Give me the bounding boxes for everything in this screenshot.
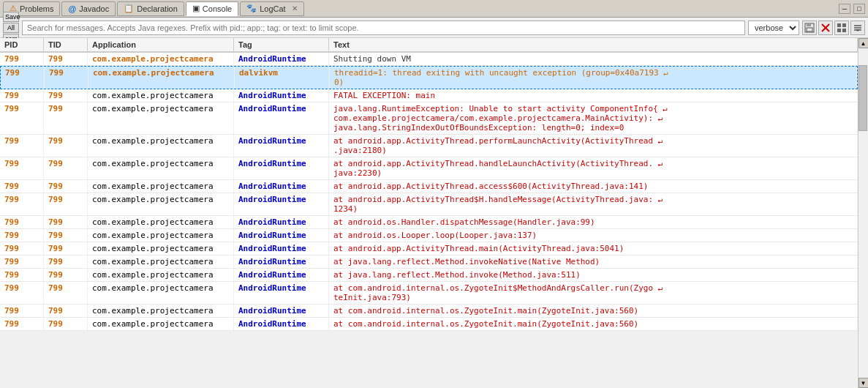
text-cell: at com.android.internal.os.ZygoteInit.ma… <box>329 305 858 317</box>
tid-cell: 799 <box>44 157 88 179</box>
scroll-button[interactable] <box>850 20 865 35</box>
tab-logcat[interactable]: 🐾 LogCat ✕ <box>240 1 303 16</box>
tag-cell: AndroidRuntime <box>234 216 329 228</box>
javadoc-icon: @ <box>68 4 76 13</box>
tag-cell: AndroidRuntime <box>234 318 329 330</box>
logcat-icon: 🐾 <box>246 4 257 13</box>
pid-header: PID <box>0 38 44 51</box>
pid-cell: 799 <box>1 67 45 89</box>
table-row[interactable]: 799 799 com.example.projectcamera Androi… <box>0 53 858 66</box>
table-row[interactable]: 799 799 com.example.projectcamera Androi… <box>0 282 858 305</box>
tid-header: TID <box>44 38 88 51</box>
pid-cell: 799 <box>0 269 44 281</box>
table-row[interactable]: 799 799 com.example.projectcamera Androi… <box>0 305 858 318</box>
app-cell: com.example.projectcamera <box>88 269 234 281</box>
table-row[interactable]: 799 799 com.example.projectcamera Androi… <box>0 269 858 282</box>
pid-cell: 799 <box>0 242 44 255</box>
scrollbar[interactable]: ▲ ▼ <box>858 38 868 388</box>
tid-cell: 799 <box>44 135 88 157</box>
save-file-button[interactable] <box>802 20 817 35</box>
tid-cell: 799 <box>44 216 88 228</box>
pid-cell: 799 <box>0 318 44 330</box>
scroll-track <box>858 48 868 378</box>
tid-cell: 799 <box>44 53 88 65</box>
table-row[interactable]: 799 799 com.example.projectcamera Androi… <box>0 180 858 193</box>
table-row[interactable]: 799 799 com.example.projectcamera Androi… <box>0 318 858 331</box>
table-row[interactable]: 799 799 com.example.projectcamera Androi… <box>0 255 858 269</box>
app-cell: com.example.projectcamera <box>88 305 234 317</box>
text-cell: at com.android.internal.os.ZygoteInit$Me… <box>329 282 858 304</box>
minimize-button[interactable]: ─ <box>839 4 850 14</box>
text-cell: at java.lang.reflect.Method.invoke(Metho… <box>329 269 858 281</box>
log-scroll[interactable]: 799 799 com.example.projectcamera Androi… <box>0 53 858 388</box>
text-cell: Shutting down VM <box>329 53 858 65</box>
tid-cell: 799 <box>44 269 88 281</box>
tag-cell: AndroidRuntime <box>234 89 329 102</box>
app-cell: com.example.projectcamera <box>88 53 234 65</box>
pid-cell: 799 <box>0 135 44 157</box>
scroll-thumb[interactable] <box>858 65 867 131</box>
save-button[interactable]: Save <box>3 12 19 22</box>
clear-button[interactable] <box>818 20 833 35</box>
app-cell: com.example.projectcamera <box>88 157 234 179</box>
verbose-select[interactable]: verbose debug info warn error <box>748 20 799 35</box>
app-cell: com.example.projectcamera <box>88 67 235 89</box>
pid-cell: 799 <box>0 305 44 317</box>
tab-javadoc[interactable]: @ Javadoc <box>61 1 116 16</box>
tid-cell: 799 <box>44 193 88 215</box>
tag-cell: AndroidRuntime <box>234 135 329 157</box>
tag-header: Tag <box>234 38 329 51</box>
app-cell: com.example.projectcamera <box>88 135 234 157</box>
tid-cell: 799 <box>44 102 88 134</box>
table-row[interactable]: 799 799 com.example.projectcamera Androi… <box>0 102 858 135</box>
table-row[interactable]: 799 799 com.example.projectcamera Androi… <box>0 242 858 255</box>
table-row[interactable]: 799 799 com.example.projectcamera Androi… <box>0 135 858 157</box>
table-row[interactable]: 799 799 com.example.projectcamera Androi… <box>0 157 858 180</box>
table-row[interactable]: 799 799 com.example.projectcamera Androi… <box>0 89 858 102</box>
text-header: Text <box>329 38 858 51</box>
toolbar: Save All com verbose debug info warn err… <box>0 18 868 38</box>
tag-cell: AndroidRuntime <box>234 157 329 179</box>
app-cell: com.example.projectcamera <box>88 282 234 304</box>
grid-button[interactable] <box>834 20 849 35</box>
pid-cell: 799 <box>0 180 44 193</box>
tag-cell: AndroidRuntime <box>234 282 329 304</box>
table-row[interactable]: 799 799 com.example.projectcamera Androi… <box>0 193 858 216</box>
tab-console[interactable]: ▣ Console <box>186 1 238 16</box>
app-cell: com.example.projectcamera <box>88 216 234 228</box>
svg-rect-7 <box>837 29 841 32</box>
text-cell: at android.app.ActivityThread.main(Activ… <box>329 242 858 255</box>
tid-cell: 799 <box>44 89 88 102</box>
tag-cell: AndroidRuntime <box>234 269 329 281</box>
app-cell: com.example.projectcamera <box>88 229 234 242</box>
maximize-button[interactable]: □ <box>853 4 865 14</box>
pid-cell: 799 <box>0 229 44 242</box>
tab-logcat-close[interactable]: ✕ <box>292 4 298 12</box>
svg-rect-5 <box>837 23 841 27</box>
window-controls: ─ □ <box>839 4 865 14</box>
tab-problems-label: Problems <box>20 4 53 13</box>
app-cell: com.example.projectcamera <box>88 89 234 102</box>
tag-cell: AndroidRuntime <box>234 255 329 268</box>
scroll-down-button[interactable]: ▼ <box>858 378 869 388</box>
tid-cell: 799 <box>45 67 88 89</box>
tid-cell: 799 <box>44 229 88 242</box>
pid-cell: 799 <box>0 89 44 102</box>
table-row[interactable]: 799 799 com.example.projectcamera dalvik… <box>0 66 858 89</box>
tab-logcat-label: LogCat <box>260 4 285 13</box>
tid-cell: 799 <box>44 180 88 193</box>
text-cell: at android.app.ActivityThread.handleLaun… <box>329 157 858 179</box>
svg-rect-8 <box>842 29 846 32</box>
app-cell: com.example.projectcamera <box>88 242 234 255</box>
scroll-up-button[interactable]: ▲ <box>858 38 869 48</box>
tag-cell: AndroidRuntime <box>234 229 329 242</box>
search-input[interactable] <box>22 20 745 35</box>
log-area: PID TID Application Tag Text 799 799 com… <box>0 38 858 388</box>
table-row[interactable]: 799 799 com.example.projectcamera Androi… <box>0 229 858 242</box>
app-cell: com.example.projectcamera <box>88 255 234 268</box>
app-cell: com.example.projectcamera <box>88 318 234 330</box>
all-button[interactable]: All <box>3 23 19 33</box>
pid-cell: 799 <box>0 102 44 134</box>
table-row[interactable]: 799 799 com.example.projectcamera Androi… <box>0 216 858 229</box>
tab-declaration[interactable]: 📋 Declaration <box>117 1 184 16</box>
